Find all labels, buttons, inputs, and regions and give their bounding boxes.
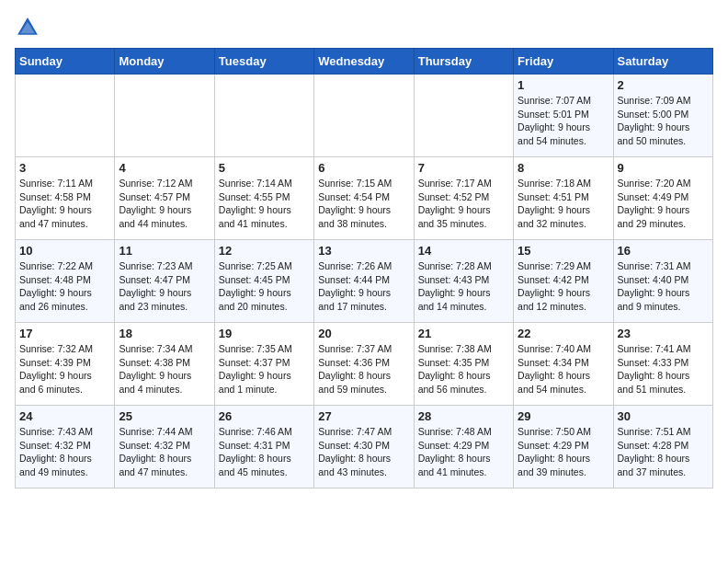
day-number: 10 xyxy=(19,244,110,258)
day-info: Sunrise: 7:26 AM Sunset: 4:44 PM Dayligh… xyxy=(318,259,409,314)
day-number: 19 xyxy=(219,327,310,340)
calendar-cell: 11Sunrise: 7:23 AM Sunset: 4:47 PM Dayli… xyxy=(115,240,214,323)
day-number: 24 xyxy=(19,409,110,423)
day-info: Sunrise: 7:46 AM Sunset: 4:31 PM Dayligh… xyxy=(219,425,310,479)
day-info: Sunrise: 7:35 AM Sunset: 4:37 PM Dayligh… xyxy=(219,342,310,396)
calendar-cell: 10Sunrise: 7:22 AM Sunset: 4:48 PM Dayli… xyxy=(16,240,115,323)
day-info: Sunrise: 7:22 AM Sunset: 4:48 PM Dayligh… xyxy=(19,259,110,314)
calendar-cell: 25Sunrise: 7:44 AM Sunset: 4:32 PM Dayli… xyxy=(115,406,214,488)
day-info: Sunrise: 7:47 AM Sunset: 4:30 PM Dayligh… xyxy=(318,425,409,479)
calendar-cell: 9Sunrise: 7:20 AM Sunset: 4:49 PM Daylig… xyxy=(613,157,712,240)
weekday-header-saturday: Saturday xyxy=(613,49,712,75)
day-number: 8 xyxy=(518,161,609,175)
day-number: 26 xyxy=(219,409,310,423)
day-number: 27 xyxy=(318,409,409,423)
calendar-cell: 12Sunrise: 7:25 AM Sunset: 4:45 PM Dayli… xyxy=(214,240,313,323)
calendar-cell: 6Sunrise: 7:15 AM Sunset: 4:54 PM Daylig… xyxy=(314,157,414,240)
calendar-cell xyxy=(414,75,513,157)
day-number: 14 xyxy=(418,244,509,258)
day-number: 6 xyxy=(318,161,409,175)
day-info: Sunrise: 7:23 AM Sunset: 4:47 PM Dayligh… xyxy=(119,259,210,314)
calendar-cell: 21Sunrise: 7:38 AM Sunset: 4:35 PM Dayli… xyxy=(414,323,513,406)
day-info: Sunrise: 7:50 AM Sunset: 4:29 PM Dayligh… xyxy=(518,425,609,479)
calendar-cell: 29Sunrise: 7:50 AM Sunset: 4:29 PM Dayli… xyxy=(514,406,613,488)
calendar-cell: 7Sunrise: 7:17 AM Sunset: 4:52 PM Daylig… xyxy=(414,157,513,240)
day-info: Sunrise: 7:25 AM Sunset: 4:45 PM Dayligh… xyxy=(219,259,310,314)
day-info: Sunrise: 7:28 AM Sunset: 4:43 PM Dayligh… xyxy=(418,259,509,314)
day-number: 7 xyxy=(418,161,509,175)
day-info: Sunrise: 7:48 AM Sunset: 4:29 PM Dayligh… xyxy=(418,425,509,479)
calendar-cell: 20Sunrise: 7:37 AM Sunset: 4:36 PM Dayli… xyxy=(314,323,414,406)
calendar-cell: 23Sunrise: 7:41 AM Sunset: 4:33 PM Dayli… xyxy=(613,323,712,406)
weekday-header-wednesday: Wednesday xyxy=(314,49,414,75)
calendar-cell: 15Sunrise: 7:29 AM Sunset: 4:42 PM Dayli… xyxy=(514,240,613,323)
weekday-header-friday: Friday xyxy=(514,49,613,75)
calendar-cell: 3Sunrise: 7:11 AM Sunset: 4:58 PM Daylig… xyxy=(16,157,115,240)
calendar-cell: 16Sunrise: 7:31 AM Sunset: 4:40 PM Dayli… xyxy=(613,240,712,323)
day-info: Sunrise: 7:41 AM Sunset: 4:33 PM Dayligh… xyxy=(618,342,709,396)
calendar-cell: 22Sunrise: 7:40 AM Sunset: 4:34 PM Dayli… xyxy=(514,323,613,406)
calendar-cell: 1Sunrise: 7:07 AM Sunset: 5:01 PM Daylig… xyxy=(514,75,613,157)
day-number: 11 xyxy=(119,244,210,258)
day-info: Sunrise: 7:18 AM Sunset: 4:51 PM Dayligh… xyxy=(518,177,609,231)
day-number: 13 xyxy=(318,244,409,258)
weekday-header-tuesday: Tuesday xyxy=(214,49,313,75)
day-info: Sunrise: 7:44 AM Sunset: 4:32 PM Dayligh… xyxy=(119,425,210,479)
calendar-cell: 27Sunrise: 7:47 AM Sunset: 4:30 PM Dayli… xyxy=(314,406,414,488)
day-info: Sunrise: 7:40 AM Sunset: 4:34 PM Dayligh… xyxy=(518,342,609,396)
calendar-cell: 28Sunrise: 7:48 AM Sunset: 4:29 PM Dayli… xyxy=(414,406,513,488)
day-info: Sunrise: 7:31 AM Sunset: 4:40 PM Dayligh… xyxy=(618,259,709,314)
calendar-cell: 17Sunrise: 7:32 AM Sunset: 4:39 PM Dayli… xyxy=(16,323,115,406)
weekday-header-thursday: Thursday xyxy=(414,49,513,75)
day-info: Sunrise: 7:43 AM Sunset: 4:32 PM Dayligh… xyxy=(19,425,110,479)
day-number: 9 xyxy=(618,161,709,175)
day-number: 3 xyxy=(19,161,110,175)
calendar-table: SundayMondayTuesdayWednesdayThursdayFrid… xyxy=(15,48,713,488)
day-number: 20 xyxy=(318,327,409,340)
day-number: 25 xyxy=(119,409,210,423)
day-number: 5 xyxy=(219,161,310,175)
calendar-cell xyxy=(314,75,414,157)
day-number: 29 xyxy=(518,409,609,423)
logo xyxy=(15,15,44,40)
calendar-cell: 14Sunrise: 7:28 AM Sunset: 4:43 PM Dayli… xyxy=(414,240,513,323)
calendar-cell: 24Sunrise: 7:43 AM Sunset: 4:32 PM Dayli… xyxy=(16,406,115,488)
day-number: 2 xyxy=(618,78,709,92)
day-info: Sunrise: 7:11 AM Sunset: 4:58 PM Dayligh… xyxy=(19,177,110,231)
day-number: 30 xyxy=(618,409,709,423)
calendar-cell: 19Sunrise: 7:35 AM Sunset: 4:37 PM Dayli… xyxy=(214,323,313,406)
day-number: 22 xyxy=(518,327,609,340)
day-info: Sunrise: 7:12 AM Sunset: 4:57 PM Dayligh… xyxy=(119,177,210,231)
calendar-cell xyxy=(115,75,214,157)
weekday-header-sunday: Sunday xyxy=(16,49,115,75)
calendar-cell: 18Sunrise: 7:34 AM Sunset: 4:38 PM Dayli… xyxy=(115,323,214,406)
day-number: 23 xyxy=(618,327,709,340)
day-number: 18 xyxy=(119,327,210,340)
day-info: Sunrise: 7:51 AM Sunset: 4:28 PM Dayligh… xyxy=(618,425,709,479)
calendar-cell xyxy=(16,75,115,157)
calendar-cell: 5Sunrise: 7:14 AM Sunset: 4:55 PM Daylig… xyxy=(214,157,313,240)
calendar-cell: 26Sunrise: 7:46 AM Sunset: 4:31 PM Dayli… xyxy=(214,406,313,488)
logo-icon xyxy=(15,15,40,40)
day-number: 17 xyxy=(19,327,110,340)
calendar-cell: 30Sunrise: 7:51 AM Sunset: 4:28 PM Dayli… xyxy=(613,406,712,488)
day-number: 28 xyxy=(418,409,509,423)
day-info: Sunrise: 7:38 AM Sunset: 4:35 PM Dayligh… xyxy=(418,342,509,396)
day-number: 21 xyxy=(418,327,509,340)
day-number: 4 xyxy=(119,161,210,175)
day-number: 15 xyxy=(518,244,609,258)
day-number: 16 xyxy=(618,244,709,258)
day-number: 1 xyxy=(518,78,609,92)
day-info: Sunrise: 7:20 AM Sunset: 4:49 PM Dayligh… xyxy=(618,177,709,231)
day-info: Sunrise: 7:07 AM Sunset: 5:01 PM Dayligh… xyxy=(518,94,609,148)
day-info: Sunrise: 7:37 AM Sunset: 4:36 PM Dayligh… xyxy=(318,342,409,396)
calendar-cell: 8Sunrise: 7:18 AM Sunset: 4:51 PM Daylig… xyxy=(514,157,613,240)
calendar-cell: 13Sunrise: 7:26 AM Sunset: 4:44 PM Dayli… xyxy=(314,240,414,323)
day-info: Sunrise: 7:34 AM Sunset: 4:38 PM Dayligh… xyxy=(119,342,210,396)
day-info: Sunrise: 7:17 AM Sunset: 4:52 PM Dayligh… xyxy=(418,177,509,231)
day-info: Sunrise: 7:09 AM Sunset: 5:00 PM Dayligh… xyxy=(618,94,709,148)
page-header xyxy=(15,15,713,40)
weekday-header-monday: Monday xyxy=(115,49,214,75)
day-info: Sunrise: 7:29 AM Sunset: 4:42 PM Dayligh… xyxy=(518,259,609,314)
day-info: Sunrise: 7:32 AM Sunset: 4:39 PM Dayligh… xyxy=(19,342,110,396)
